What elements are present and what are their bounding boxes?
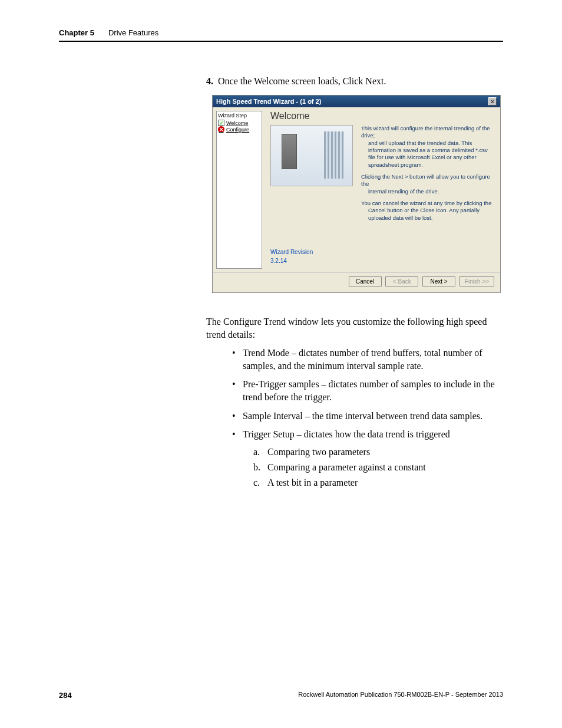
check-icon: ✓	[218, 120, 224, 126]
sublist-letter: a.	[253, 447, 260, 457]
list-item: c. A test bit in a parameter	[253, 477, 503, 488]
wizard-body: Wizard Step ✓ Welcome ✕ Configure Welcom…	[213, 107, 500, 272]
page-number: 284	[59, 691, 72, 700]
wizard-step-heading: Wizard Step	[218, 113, 260, 118]
wizard-heading: Welcome	[270, 111, 494, 121]
page-content: 4. Once the Welcome screen loads, Click …	[0, 47, 562, 488]
next-button[interactable]: Next >	[422, 276, 455, 286]
wizard-p3-lead: You can cancel the wizard at any time by…	[361, 200, 491, 206]
finish-button[interactable]: Finish >>	[459, 276, 494, 286]
wizard-window: High Speed Trend Wizard - (1 of 2) × Wiz…	[212, 95, 501, 293]
wizard-illustration	[270, 125, 353, 186]
close-icon[interactable]: ×	[488, 97, 497, 106]
sublist-letter: c.	[253, 477, 260, 488]
error-icon: ✕	[218, 126, 224, 133]
list-item: b. Comparing a parameter against a const…	[253, 462, 503, 473]
step-number: 4.	[206, 76, 213, 87]
sublist-text: Comparing two parameters	[267, 447, 370, 457]
wizard-step-configure[interactable]: ✕ Configure	[218, 126, 260, 133]
wizard-p2-rest: internal trending of the drive.	[361, 188, 494, 195]
step-text: Once the Welcome screen loads, Click Nex…	[218, 76, 386, 87]
list-item: Sample Interval – the time interval betw…	[230, 410, 503, 423]
wizard-step-label: Configure	[226, 127, 249, 133]
wizard-button-bar: Cancel < Back Next > Finish >>	[213, 272, 500, 292]
wizard-p3-rest: Cancel button or the Close icon. Any par…	[361, 207, 494, 222]
wizard-p2-lead: Clicking the Next > button will allow yo…	[361, 173, 490, 187]
back-button[interactable]: < Back	[385, 276, 418, 286]
list-item: Trend Mode – dictates number of trend bu…	[230, 347, 503, 372]
trigger-sublist: a. Comparing two parameters b. Comparing…	[253, 447, 503, 488]
wizard-step-label: Welcome	[226, 120, 248, 126]
wizard-p1-rest: and will upload that the trended data. T…	[361, 140, 494, 169]
config-trend-paragraph: The Configure Trend window lets you cust…	[206, 315, 503, 341]
sublist-letter: b.	[253, 462, 260, 473]
wizard-title-text: High Speed Trend Wizard - (1 of 2)	[216, 98, 321, 105]
wizard-main: Welcome This wizard will configure the i…	[262, 107, 500, 272]
sublist-text: Comparing a parameter against a constant	[267, 462, 426, 472]
header-rule	[59, 41, 503, 42]
wizard-step-welcome[interactable]: ✓ Welcome	[218, 120, 260, 126]
step-4: 4. Once the Welcome screen loads, Click …	[206, 76, 503, 87]
wizard-p1-lead: This wizard will configure the internal …	[361, 125, 490, 139]
chapter-number: Chapter 5	[59, 28, 94, 37]
list-item: Trigger Setup – dictates how the data tr…	[230, 428, 503, 441]
list-item: a. Comparing two parameters	[253, 447, 503, 457]
page-footer: 284 Rockwell Automation Publication 750-…	[0, 691, 562, 700]
wizard-titlebar: High Speed Trend Wizard - (1 of 2) ×	[213, 95, 500, 107]
list-item: Pre-Trigger samples – dictates number of…	[230, 378, 503, 403]
page-header: Chapter 5 Drive Features	[0, 0, 562, 47]
wizard-step-sidebar: Wizard Step ✓ Welcome ✕ Configure	[216, 111, 262, 269]
sublist-text: A test bit in a parameter	[267, 477, 358, 487]
publication-id: Rockwell Automation Publication 750-RM00…	[298, 691, 503, 700]
cancel-button[interactable]: Cancel	[349, 276, 382, 286]
trend-details-list: Trend Mode – dictates number of trend bu…	[230, 347, 503, 441]
wizard-revision-label: Wizard Revision	[270, 249, 313, 255]
wizard-revision-value: 3.2.14	[270, 258, 313, 264]
wizard-revision: Wizard Revision 3.2.14	[270, 249, 313, 266]
wizard-description: This wizard will configure the internal …	[361, 125, 494, 226]
chapter-title: Drive Features	[108, 28, 158, 37]
